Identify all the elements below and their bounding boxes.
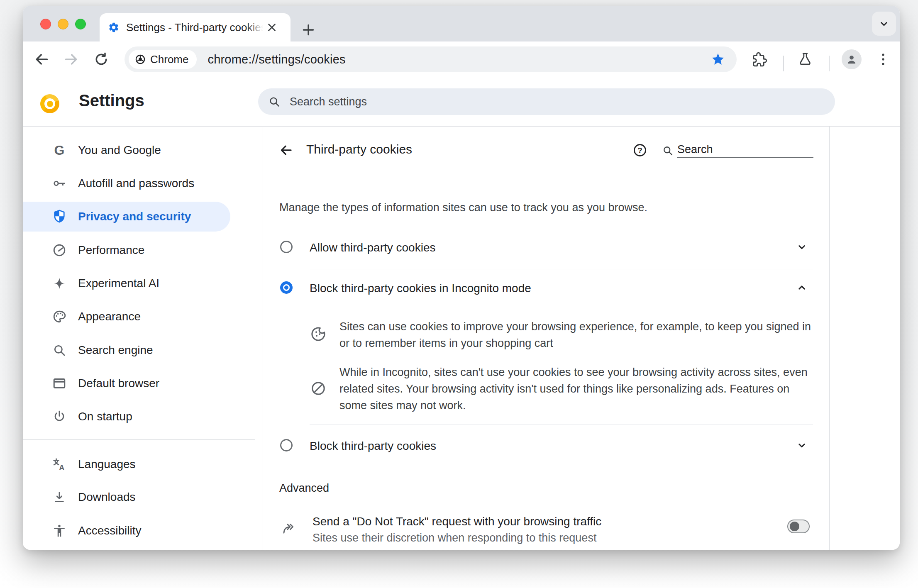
chrome-logo-icon: [134, 54, 146, 65]
blocked-icon: [310, 380, 327, 397]
profile-person-icon: [845, 52, 859, 66]
settings-search-input[interactable]: [290, 95, 825, 108]
shield-icon: [50, 207, 68, 226]
close-window-button[interactable]: [40, 19, 51, 29]
tab-title: Settings - Third-party cookies: [126, 21, 263, 34]
toolbar-divider: [829, 56, 830, 71]
radio-unselected[interactable]: [280, 439, 293, 451]
close-tab-icon[interactable]: [266, 21, 278, 34]
sparkle-icon: [50, 274, 68, 293]
back-arrow-icon[interactable]: [33, 51, 50, 68]
browser-window-icon: [50, 374, 68, 393]
main-region: G You and Google Autofill and passwords: [23, 127, 900, 550]
advanced-heading: Advanced: [279, 482, 329, 495]
search-icon: [268, 95, 281, 108]
translate-icon: A: [50, 455, 68, 473]
section-title: Third-party cookies: [306, 142, 412, 156]
settings-gear-icon: [108, 22, 120, 33]
traffic-lights: [40, 19, 86, 29]
row-divider: [773, 229, 773, 265]
sidebar-item-on-startup[interactable]: On startup: [23, 402, 230, 432]
divider: [310, 424, 813, 425]
cookie-icon: [310, 326, 327, 342]
star-filled-icon[interactable]: [711, 52, 725, 66]
sidebar-item-languages[interactable]: A Languages: [23, 449, 230, 479]
key-icon: [50, 174, 68, 193]
chevron-down-icon: [878, 17, 890, 30]
tab-strip: Settings - Third-party cookies: [23, 6, 900, 41]
dnt-arrow-icon: [281, 521, 296, 536]
new-tab-button[interactable]: [300, 22, 317, 38]
option-block-third-party[interactable]: Block third-party cookies: [279, 427, 813, 463]
sidebar-item-default-browser[interactable]: Default browser: [23, 368, 230, 398]
browser-window: Settings - Third-party cookies: [23, 6, 900, 550]
content-card: Third-party cookies ? Manage the types o…: [263, 127, 830, 550]
dnt-title: Send a "Do Not Track" request with your …: [313, 515, 601, 528]
palette-icon: [50, 307, 68, 326]
dnt-subtitle: Sites use their discretion when respondi…: [313, 532, 596, 544]
search-icon: [50, 341, 68, 359]
google-g-icon: G: [50, 141, 68, 159]
settings-search-bar[interactable]: [258, 88, 835, 115]
chevron-down-icon[interactable]: [796, 241, 808, 253]
sidebar-divider: [23, 439, 255, 440]
intro-text: Manage the types of information sites ca…: [279, 201, 647, 214]
address-bar[interactable]: Chrome chrome://settings/cookies: [125, 46, 737, 72]
minimize-window-button[interactable]: [58, 19, 68, 29]
site-info-chip[interactable]: Chrome: [129, 50, 197, 69]
site-chip-label: Chrome: [150, 53, 188, 66]
sidebar-item-experimental-ai[interactable]: Experimental AI: [23, 268, 230, 298]
radio-unselected[interactable]: [280, 241, 293, 253]
url-bar-text[interactable]: chrome://settings/cookies: [208, 53, 345, 66]
sidebar-item-privacy-security[interactable]: Privacy and security: [23, 202, 230, 232]
speedometer-icon: [50, 241, 68, 259]
detail-text-incognito: While in Incognito, sites can't use your…: [339, 364, 817, 414]
zoom-window-button[interactable]: [75, 19, 86, 29]
toolbar-divider: [783, 56, 784, 71]
chrome-canary-logo: [40, 94, 59, 113]
puzzle-icon[interactable]: [752, 51, 767, 67]
sidebar-item-appearance[interactable]: Appearance: [23, 302, 230, 332]
help-circle-icon[interactable]: ?: [632, 143, 647, 158]
sidebar-item-autofill[interactable]: Autofill and passwords: [23, 168, 230, 198]
option-allow-third-party[interactable]: Allow third-party cookies: [279, 229, 813, 265]
tab-search-button[interactable]: [872, 12, 896, 36]
dnt-toggle[interactable]: [787, 520, 810, 533]
page-title: Settings: [79, 91, 144, 110]
sidebar: G You and Google Autofill and passwords: [23, 127, 263, 550]
detail-text-cookies: Sites can use cookies to improve your br…: [339, 318, 817, 351]
active-tab[interactable]: Settings - Third-party cookies: [100, 13, 291, 41]
row-divider: [773, 427, 773, 463]
section-search-input[interactable]: [677, 142, 813, 158]
row-divider: [773, 270, 773, 305]
chevron-up-icon[interactable]: [796, 281, 808, 294]
avatar[interactable]: [842, 49, 862, 69]
toggle-knob: [790, 522, 799, 531]
reload-icon[interactable]: [93, 51, 110, 68]
back-arrow-icon[interactable]: [278, 143, 293, 158]
chevron-down-icon[interactable]: [796, 439, 808, 451]
sidebar-item-downloads[interactable]: Downloads: [23, 482, 230, 512]
sidebar-item-search-engine[interactable]: Search engine: [23, 335, 230, 365]
sidebar-item-accessibility[interactable]: Accessibility: [23, 516, 230, 546]
sidebar-item-performance[interactable]: Performance: [23, 235, 230, 265]
sidebar-item-you-and-google[interactable]: G You and Google: [23, 135, 230, 165]
option-block-incognito[interactable]: Block third-party cookies in Incognito m…: [279, 270, 813, 305]
browser-toolbar: Chrome chrome://settings/cookies: [23, 41, 900, 77]
power-icon: [50, 407, 68, 426]
accessibility-icon: [50, 522, 68, 540]
settings-header: Settings: [23, 77, 900, 127]
radio-selected[interactable]: [280, 281, 293, 294]
forward-arrow-icon[interactable]: [63, 51, 80, 68]
divider: [310, 269, 813, 269]
three-dot-menu-icon[interactable]: [875, 51, 891, 67]
svg-text:A: A: [59, 464, 64, 472]
svg-text:?: ?: [637, 146, 642, 155]
beaker-icon[interactable]: [797, 51, 813, 67]
download-icon: [50, 488, 68, 506]
search-icon: [662, 145, 674, 156]
